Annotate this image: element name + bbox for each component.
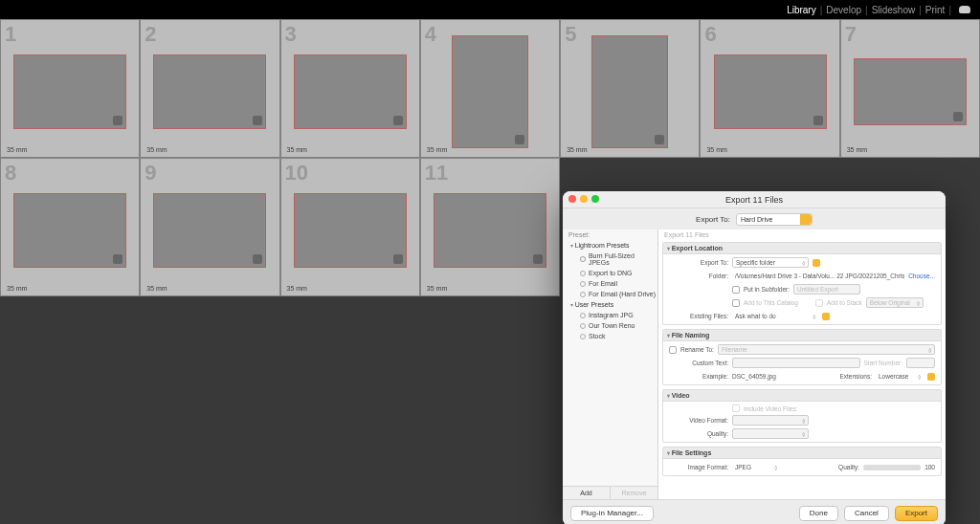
section-header[interactable]: File Naming xyxy=(663,330,941,341)
done-button[interactable]: Done xyxy=(799,506,838,521)
radio-icon xyxy=(580,281,586,287)
rename-checkbox[interactable] xyxy=(669,346,677,354)
export-to-select[interactable]: Hard Drive xyxy=(736,213,813,226)
thumbnail-image[interactable] xyxy=(591,35,668,148)
preset-item[interactable]: Instagram JPG xyxy=(563,310,657,320)
custom-text-input xyxy=(732,358,860,368)
thumbnail-image[interactable] xyxy=(452,35,528,148)
zoom-icon[interactable] xyxy=(591,195,599,203)
warning-icon xyxy=(822,313,830,320)
thumbnail-cell[interactable]: 535 mm xyxy=(560,19,700,158)
preset-item[interactable]: Stock xyxy=(563,331,657,341)
thumbnail-cell[interactable]: 1035 mm xyxy=(280,158,420,296)
preset-item-label: Export to DNG xyxy=(589,270,633,276)
thumbnail-image[interactable] xyxy=(13,55,126,129)
choose-folder-button[interactable]: Choose... xyxy=(908,273,935,279)
warning-icon xyxy=(813,259,820,267)
close-icon[interactable] xyxy=(568,195,576,203)
video-quality-select xyxy=(732,428,809,439)
metadata-badge-icon xyxy=(393,254,403,264)
export-to-value: Hard Drive xyxy=(741,216,772,223)
loc-export-to-label: Export To: xyxy=(669,259,728,266)
preset-item[interactable]: Our Town Reno xyxy=(563,320,657,331)
section-header[interactable]: Video xyxy=(663,390,941,402)
thumbnail-image[interactable] xyxy=(434,193,546,268)
cancel-button[interactable]: Cancel xyxy=(844,506,889,521)
preset-item-label: Burn Full-Sized JPEGs xyxy=(589,252,656,266)
thumbnail-image[interactable] xyxy=(854,58,967,125)
module-picker: Library | Develop | Slideshow | Print | xyxy=(0,0,980,19)
thumbnail-cell[interactable]: 935 mm xyxy=(140,158,279,296)
add-catalog-label: Add to This Catalog xyxy=(744,299,798,306)
cell-index: 11 xyxy=(425,161,448,186)
focal-length-label: 35 mm xyxy=(7,146,27,153)
preset-item[interactable]: Burn Full-Sized JPEGs xyxy=(563,251,657,268)
focal-length-label: 35 mm xyxy=(146,285,167,292)
dialog-body: Preset: Lightroom PresetsBurn Full-Sized… xyxy=(563,229,946,499)
separator: | xyxy=(919,5,922,15)
cell-index: 6 xyxy=(704,22,716,47)
stack-position-select: Below Original xyxy=(866,297,924,308)
cell-index: 7 xyxy=(845,22,857,47)
image-format-label: Image Format: xyxy=(669,464,728,470)
thumbnail-image[interactable] xyxy=(153,193,266,268)
focal-length-label: 35 mm xyxy=(427,146,447,153)
radio-icon xyxy=(580,313,586,318)
minimize-icon[interactable] xyxy=(580,195,588,203)
thumbnail-cell[interactable]: 735 mm xyxy=(840,19,980,158)
cloud-sync-icon[interactable] xyxy=(959,6,970,13)
thumbnail-cell[interactable]: 235 mm xyxy=(140,19,279,158)
preset-item-label: Stock xyxy=(589,333,606,339)
subfolder-checkbox[interactable] xyxy=(732,286,740,294)
start-number-input xyxy=(906,358,935,368)
thumbnail-image[interactable] xyxy=(13,193,126,268)
add-catalog-checkbox[interactable] xyxy=(732,299,740,307)
preset-item[interactable]: Export to DNG xyxy=(563,268,657,278)
image-format-select[interactable]: JPEG xyxy=(732,462,780,472)
section-header[interactable]: File Settings xyxy=(663,448,941,459)
thumbnail-image[interactable] xyxy=(153,55,266,129)
thumbnail-cell[interactable]: 835 mm xyxy=(0,158,140,296)
module-library[interactable]: Library xyxy=(787,5,816,15)
example-label: Example: xyxy=(669,373,728,380)
preset-item[interactable]: For Email xyxy=(563,278,657,289)
focal-length-label: 35 mm xyxy=(287,285,307,292)
loc-export-to-select[interactable]: Specific folder xyxy=(732,257,809,268)
metadata-badge-icon xyxy=(533,254,543,264)
thumbnail-cell[interactable]: 335 mm xyxy=(280,19,420,158)
export-button[interactable]: Export xyxy=(895,506,938,521)
plugin-manager-button[interactable]: Plug-in Manager... xyxy=(570,506,654,521)
cell-index: 4 xyxy=(425,22,436,47)
custom-text-label: Custom Text: xyxy=(669,360,728,366)
video-format-label: Video Format: xyxy=(669,417,728,424)
thumbnail-cell[interactable]: 635 mm xyxy=(700,19,839,158)
focal-length-label: 35 mm xyxy=(427,285,447,292)
quality-value: 100 xyxy=(924,464,935,470)
section-header[interactable]: Export Location xyxy=(663,243,941,254)
preset-group[interactable]: Lightroom Presets xyxy=(563,240,657,251)
cell-index: 2 xyxy=(145,22,156,47)
preset-group[interactable]: User Presets xyxy=(563,299,657,310)
section-file-naming: File Naming Rename To: Filename Custom T… xyxy=(662,329,942,385)
preset-column: Preset: Lightroom PresetsBurn Full-Sized… xyxy=(563,229,658,499)
preset-item[interactable]: For Email (Hard Drive) xyxy=(563,289,657,299)
separator: | xyxy=(948,5,951,15)
thumbnail-image[interactable] xyxy=(714,55,827,129)
quality-slider[interactable] xyxy=(863,465,921,470)
extensions-select[interactable]: Lowercase xyxy=(876,371,924,382)
preset-list: Lightroom PresetsBurn Full-Sized JPEGsEx… xyxy=(563,240,657,486)
thumbnail-cell[interactable]: 435 mm xyxy=(420,19,560,158)
preset-header: Preset: xyxy=(563,229,657,240)
module-develop[interactable]: Develop xyxy=(826,5,861,15)
thumbnail-image[interactable] xyxy=(294,55,407,129)
thumbnail-cell[interactable]: 1135 mm xyxy=(420,158,560,296)
preset-add-button[interactable]: Add xyxy=(563,487,611,499)
thumbnail-cell[interactable]: 135 mm xyxy=(0,19,140,158)
section-export-location: Export Location Export To: Specific fold… xyxy=(662,242,942,325)
preset-item-label: Instagram JPG xyxy=(589,312,634,318)
radio-icon xyxy=(580,292,586,297)
thumbnail-image[interactable] xyxy=(294,193,407,268)
existing-files-select[interactable]: Ask what to do xyxy=(732,311,818,321)
module-slideshow[interactable]: Slideshow xyxy=(872,5,916,15)
module-print[interactable]: Print xyxy=(925,5,946,15)
